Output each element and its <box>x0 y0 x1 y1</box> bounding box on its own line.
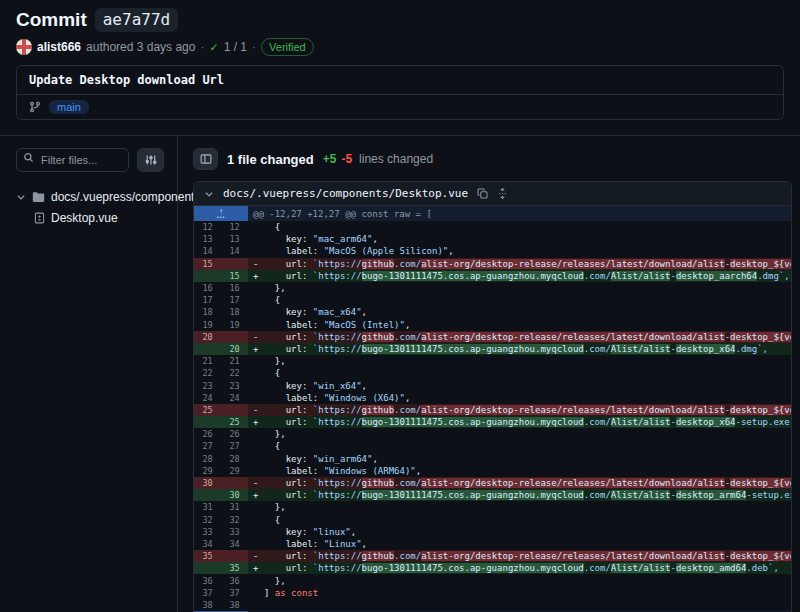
line-number-new[interactable]: 32 <box>221 514 248 526</box>
line-number-new[interactable]: 35 <box>221 562 248 574</box>
line-number-new[interactable]: 12 <box>221 221 248 233</box>
line-number-new[interactable]: 18 <box>221 306 248 318</box>
line-number-new[interactable]: 20 <box>221 343 248 355</box>
line-number-old[interactable] <box>194 416 221 428</box>
tree-folder-row[interactable]: docs/.vuepress/components <box>16 186 164 207</box>
line-number-new[interactable]: 28 <box>221 453 248 465</box>
diff-line-row: 30- url: `https://github.com/alist-org/d… <box>194 477 791 489</box>
line-number-new[interactable]: 37 <box>221 587 248 599</box>
line-number-new[interactable]: 22 <box>221 367 248 379</box>
code-segment: -setup.exe`, <box>746 490 791 500</box>
toggle-file-tree-button[interactable] <box>193 148 218 170</box>
author-name[interactable]: alist666 <box>37 40 81 54</box>
code-cell: + url: `https://bugo-1301111475.cos.ap-g… <box>248 270 791 282</box>
diff-sign <box>253 307 264 317</box>
code-segment: `https:// <box>313 490 362 500</box>
diff-line-row: 20+ url: `https://bugo-1301111475.cos.ap… <box>194 343 791 355</box>
line-number-old[interactable]: 16 <box>194 282 221 294</box>
code-segment: key: <box>264 381 313 391</box>
line-number-new[interactable] <box>221 477 248 489</box>
line-number-new[interactable]: 21 <box>221 355 248 367</box>
code-cell: + url: `https://bugo-1301111475.cos.ap-g… <box>248 343 791 355</box>
line-number-old[interactable]: 30 <box>194 477 221 489</box>
code-segment: label: <box>264 320 324 330</box>
line-number-new[interactable]: 29 <box>221 465 248 477</box>
code-segment: desktop_${version}_x64 <box>730 332 791 342</box>
checks-count[interactable]: 1 / 1 <box>224 40 247 54</box>
line-number-old[interactable]: 23 <box>194 379 221 391</box>
expand-all-icon[interactable] <box>497 188 508 199</box>
line-number-new[interactable]: 19 <box>221 319 248 331</box>
line-number-old[interactable]: 28 <box>194 453 221 465</box>
line-number-new[interactable]: 34 <box>221 538 248 550</box>
line-number-old[interactable]: 22 <box>194 367 221 379</box>
line-number-old[interactable]: 36 <box>194 574 221 586</box>
line-number-old[interactable] <box>194 343 221 355</box>
code-segment: `https:// <box>313 271 362 281</box>
line-number-new[interactable] <box>221 404 248 416</box>
expand-up-button[interactable]: ↑••• <box>194 206 248 221</box>
line-number-old[interactable]: 13 <box>194 233 221 245</box>
line-number-old[interactable]: 35 <box>194 550 221 562</box>
line-number-old[interactable]: 14 <box>194 245 221 257</box>
line-number-old[interactable]: 18 <box>194 306 221 318</box>
separator: · <box>252 40 256 54</box>
collapse-file-chevron-icon[interactable] <box>204 189 214 199</box>
line-number-old[interactable]: 34 <box>194 538 221 550</box>
line-number-old[interactable]: 19 <box>194 319 221 331</box>
line-number-old[interactable] <box>194 270 221 282</box>
deletions-count: -5 <box>341 152 352 166</box>
line-number-old[interactable] <box>194 562 221 574</box>
line-number-old[interactable]: 24 <box>194 392 221 404</box>
line-number-new[interactable]: 30 <box>221 489 248 501</box>
line-number-old[interactable]: 26 <box>194 428 221 440</box>
line-number-new[interactable]: 38 <box>221 599 248 611</box>
line-number-old[interactable]: 29 <box>194 465 221 477</box>
line-number-new[interactable]: 25 <box>221 416 248 428</box>
line-number-old[interactable]: 31 <box>194 501 221 513</box>
tree-file-row[interactable]: Desktop.vue <box>16 207 164 228</box>
expand-gutter[interactable]: ↑••• <box>194 206 248 221</box>
line-number-new[interactable] <box>221 550 248 562</box>
line-number-old[interactable]: 33 <box>194 526 221 538</box>
line-number-old[interactable]: 32 <box>194 514 221 526</box>
line-number-old[interactable]: 37 <box>194 587 221 599</box>
copy-path-icon[interactable] <box>477 188 488 199</box>
line-number-new[interactable]: 15 <box>221 270 248 282</box>
line-number-new[interactable] <box>221 258 248 270</box>
code-segment: , <box>362 539 367 549</box>
line-number-new[interactable]: 33 <box>221 526 248 538</box>
code-segment: key: <box>264 454 313 464</box>
line-number-new[interactable]: 16 <box>221 282 248 294</box>
line-number-new[interactable]: 24 <box>221 392 248 404</box>
line-number-old[interactable]: 15 <box>194 258 221 270</box>
branch-name-chip[interactable]: main <box>49 100 89 114</box>
code-segment: "MacOS (Intel)" <box>324 320 405 330</box>
diff-sign: + <box>253 563 264 573</box>
line-number-new[interactable]: 13 <box>221 233 248 245</box>
avatar[interactable] <box>16 39 32 55</box>
line-number-new[interactable] <box>221 331 248 343</box>
line-number-new[interactable]: 26 <box>221 428 248 440</box>
line-number-new[interactable]: 14 <box>221 245 248 257</box>
code-segment: alist-org/desktop-release/releases/lates… <box>421 478 724 488</box>
file-path[interactable]: docs/.vuepress/components/Desktop.vue <box>223 187 468 200</box>
line-number-old[interactable]: 21 <box>194 355 221 367</box>
line-number-old[interactable]: 20 <box>194 331 221 343</box>
line-number-old[interactable]: 38 <box>194 599 221 611</box>
line-number-new[interactable]: 31 <box>221 501 248 513</box>
diff-sign <box>253 356 264 366</box>
line-number-new[interactable]: 27 <box>221 440 248 452</box>
line-number-old[interactable]: 12 <box>194 221 221 233</box>
code-segment: label: <box>264 466 324 476</box>
verified-badge[interactable]: Verified <box>261 38 314 56</box>
line-number-old[interactable]: 25 <box>194 404 221 416</box>
code-segment: github <box>362 259 395 269</box>
line-number-old[interactable]: 17 <box>194 294 221 306</box>
line-number-new[interactable]: 36 <box>221 574 248 586</box>
line-number-new[interactable]: 23 <box>221 379 248 391</box>
line-number-old[interactable] <box>194 489 221 501</box>
file-filter-options-button[interactable] <box>137 148 164 172</box>
line-number-new[interactable]: 17 <box>221 294 248 306</box>
line-number-old[interactable]: 27 <box>194 440 221 452</box>
